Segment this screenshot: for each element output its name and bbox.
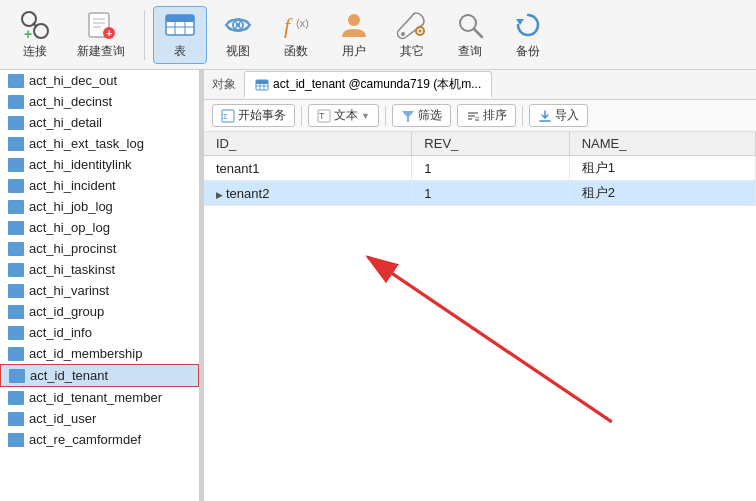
text-btn-label: 文本 <box>334 107 358 124</box>
toolbar-table[interactable]: 表 <box>153 6 207 64</box>
table-icon-0 <box>8 74 24 88</box>
cell-name-0: 租户1 <box>569 156 755 181</box>
query-icon <box>454 9 486 41</box>
sidebar: act_hi_dec_out act_hi_decinst act_hi_det… <box>0 70 200 501</box>
filter-icon <box>401 109 415 123</box>
toolbar-view-label: 视图 <box>226 43 250 60</box>
action-divider-3 <box>522 106 523 126</box>
sidebar-item-label-9: act_hi_taskinst <box>29 262 115 277</box>
toolbar-query[interactable]: 查询 <box>443 6 497 64</box>
sidebar-item-6[interactable]: act_hi_job_log <box>0 196 199 217</box>
svg-text:T: T <box>319 111 325 121</box>
sort-icon: ≡ <box>466 109 480 123</box>
table-row[interactable]: tenant1 1 租户1 <box>204 156 756 181</box>
sidebar-item-10[interactable]: act_hi_varinst <box>0 280 199 301</box>
sidebar-item-label-5: act_hi_incident <box>29 178 116 193</box>
svg-text:+: + <box>24 26 32 41</box>
toolbar-divider-1 <box>144 10 145 60</box>
sidebar-item-label-16: act_id_user <box>29 411 96 426</box>
action-divider-2 <box>385 106 386 126</box>
svg-point-25 <box>401 32 405 36</box>
table-row[interactable]: tenant2 1 租户2 <box>204 181 756 206</box>
user-icon <box>338 9 370 41</box>
sidebar-item-4[interactable]: act_hi_identitylink <box>0 154 199 175</box>
cell-name-1: 租户2 <box>569 181 755 206</box>
sidebar-item-label-7: act_hi_op_log <box>29 220 110 235</box>
toolbar-backup-label: 备份 <box>516 43 540 60</box>
table-icon-14 <box>9 369 25 383</box>
sidebar-item-label-1: act_hi_decinst <box>29 94 112 109</box>
cell-id-1: tenant2 <box>204 181 412 206</box>
import-btn[interactable]: 导入 <box>529 104 588 127</box>
sidebar-item-label-6: act_hi_job_log <box>29 199 113 214</box>
toolbar-user[interactable]: 用户 <box>327 6 381 64</box>
svg-point-24 <box>348 14 360 26</box>
table-icon-12 <box>8 326 24 340</box>
toolbar-other[interactable]: 其它 <box>385 6 439 64</box>
sidebar-item-13[interactable]: act_id_membership <box>0 343 199 364</box>
svg-text:+: + <box>106 27 112 39</box>
sidebar-item-label-8: act_hi_procinst <box>29 241 116 256</box>
sidebar-item-12[interactable]: act_id_info <box>0 322 199 343</box>
sidebar-item-14[interactable]: act_id_tenant <box>0 364 199 387</box>
table-icon-6 <box>8 200 24 214</box>
table-wrapper: ID_ REV_ NAME_ tenant1 1 租户1 tenant2 <box>204 132 756 501</box>
svg-line-29 <box>474 29 482 37</box>
col-header-id[interactable]: ID_ <box>204 132 412 156</box>
table-icon-11 <box>8 305 24 319</box>
table-icon-13 <box>8 347 24 361</box>
tab-table-icon <box>255 78 269 92</box>
col-header-name[interactable]: NAME_ <box>569 132 755 156</box>
sidebar-item-label-4: act_hi_identitylink <box>29 157 132 172</box>
text-btn[interactable]: T 文本 ▼ <box>308 104 379 127</box>
sidebar-item-5[interactable]: act_hi_incident <box>0 175 199 196</box>
sidebar-item-3[interactable]: act_hi_ext_task_log <box>0 133 199 154</box>
sidebar-item-16[interactable]: act_id_user <box>0 408 199 429</box>
sort-label: 排序 <box>483 107 507 124</box>
svg-text:f: f <box>284 13 293 38</box>
table-header-row: ID_ REV_ NAME_ <box>204 132 756 156</box>
col-header-rev[interactable]: REV_ <box>412 132 569 156</box>
cell-rev-1: 1 <box>412 181 569 206</box>
sidebar-item-label-15: act_id_tenant_member <box>29 390 162 405</box>
sidebar-item-17[interactable]: act_re_camformdef <box>0 429 199 450</box>
sidebar-item-15[interactable]: act_id_tenant_member <box>0 387 199 408</box>
toolbar-connect-label: 连接 <box>23 43 47 60</box>
table-icon-17 <box>8 433 24 447</box>
filter-btn[interactable]: 筛选 <box>392 104 451 127</box>
toolbar-table-label: 表 <box>174 43 186 60</box>
toolbar-view[interactable]: 视图 <box>211 6 265 64</box>
tab-act-id-tenant[interactable]: act_id_tenant @camunda719 (本机m... <box>244 71 492 98</box>
action-divider-1 <box>301 106 302 126</box>
filter-label: 筛选 <box>418 107 442 124</box>
svg-rect-32 <box>256 80 268 84</box>
sidebar-item-8[interactable]: act_hi_procinst <box>0 238 199 259</box>
tab-bar: 对象 act_id_tenant @camunda719 (本机m... <box>204 70 756 100</box>
sidebar-item-11[interactable]: act_id_group <box>0 301 199 322</box>
start-transaction-btn[interactable]: Σ 开始事务 <box>212 104 295 127</box>
sidebar-item-2[interactable]: act_hi_detail <box>0 112 199 133</box>
tab-title: act_id_tenant @camunda719 (本机m... <box>273 76 481 93</box>
toolbar: + 连接 + 新建查询 <box>0 0 756 70</box>
table-icon-16 <box>8 412 24 426</box>
sidebar-item-1[interactable]: act_hi_decinst <box>0 91 199 112</box>
toolbar-backup[interactable]: 备份 <box>501 6 555 64</box>
row-arrow-icon <box>216 186 226 201</box>
table-icon-4 <box>8 158 24 172</box>
backup-icon <box>512 9 544 41</box>
table-icon-2 <box>8 116 24 130</box>
toolbar-function[interactable]: f (x) 函数 <box>269 6 323 64</box>
toolbar-query-label: 查询 <box>458 43 482 60</box>
toolbar-connect[interactable]: + 连接 <box>8 6 62 64</box>
start-transaction-label: 开始事务 <box>238 107 286 124</box>
cell-id-0: tenant1 <box>204 156 412 181</box>
sidebar-item-0[interactable]: act_hi_dec_out <box>0 70 199 91</box>
sort-btn[interactable]: ≡ 排序 <box>457 104 516 127</box>
sidebar-item-9[interactable]: act_hi_taskinst <box>0 259 199 280</box>
view-icon <box>222 9 254 41</box>
sidebar-item-label-17: act_re_camformdef <box>29 432 141 447</box>
sidebar-item-label-0: act_hi_dec_out <box>29 73 117 88</box>
toolbar-newquery[interactable]: + 新建查询 <box>66 6 136 64</box>
sidebar-item-7[interactable]: act_hi_op_log <box>0 217 199 238</box>
sidebar-item-label-2: act_hi_detail <box>29 115 102 130</box>
